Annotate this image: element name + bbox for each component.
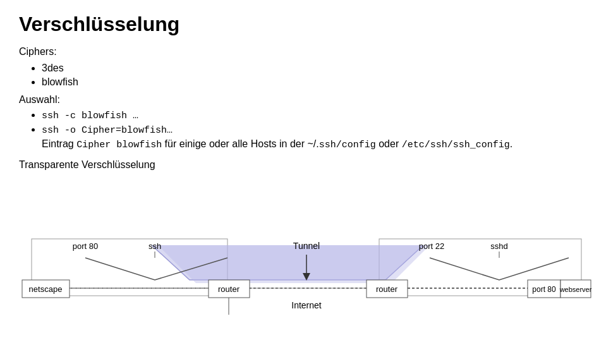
netscape-label: netscape: [29, 284, 63, 294]
ssh-config-code: ssh/config: [319, 140, 376, 150]
tunnel-label: Tunnel: [293, 241, 320, 251]
ssh-label: ssh: [148, 241, 161, 251]
transparente-label: Transparente Verschlüsselung: [19, 159, 587, 171]
sshd-label: sshd: [490, 241, 507, 251]
auswahl-label: Auswahl:: [19, 94, 587, 106]
port80-label: port 80: [73, 241, 98, 251]
cipher-blowfish: blowfish: [42, 76, 587, 88]
tunnel-diagram: netscape router router port 80 webserver…: [19, 182, 594, 315]
auswahl-list: ssh -c blowfish … ssh -o Cipher=blowfish…: [42, 109, 587, 150]
internet-label: Internet: [291, 300, 322, 310]
page-title: Verschlüsselung: [19, 13, 587, 36]
port80-box-label: port 80: [532, 285, 556, 294]
auswahl-item-2: ssh -o Cipher=blowfish…: [42, 124, 587, 136]
auswahl-item-3: Eintrag Cipher blowfish für einige oder …: [42, 138, 587, 150]
cipher-blowfish-code: Cipher blowfish: [76, 140, 162, 150]
code-ssh-c: ssh -c blowfish …: [42, 111, 138, 121]
etc-ssh-config-code: /etc/ssh/ssh_config: [402, 140, 510, 150]
eintrag-suffix: für einige oder alle Hosts in der ~/.ssh…: [162, 138, 512, 150]
webserver-label: webserver: [559, 286, 592, 293]
router1-label: router: [218, 284, 240, 294]
ciphers-list: 3des blowfish: [42, 63, 587, 88]
cipher-3des: 3des: [42, 63, 587, 74]
router2-label: router: [376, 284, 398, 294]
ciphers-label: Ciphers:: [19, 46, 587, 58]
eintrag-text: Eintrag: [42, 138, 76, 150]
code-ssh-o: ssh -o Cipher=blowfish…: [42, 125, 173, 136]
port22-label: port 22: [419, 241, 444, 251]
auswahl-item-1: ssh -c blowfish …: [42, 109, 587, 121]
